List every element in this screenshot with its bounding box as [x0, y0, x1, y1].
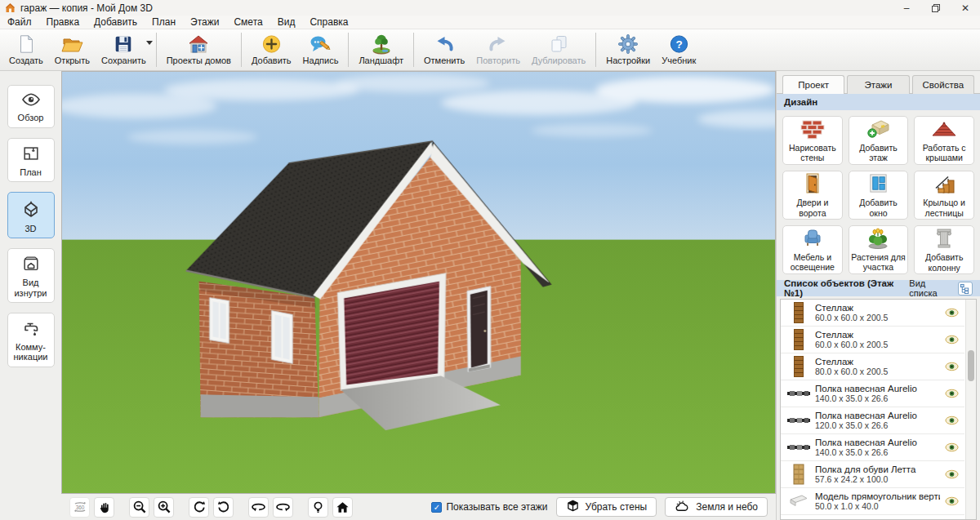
zoom-in-button[interactable]	[154, 497, 174, 518]
object-row[interactable]: Полка навесная Aurelio 120.0 x 35.0 x 26…	[781, 407, 964, 434]
sidebar-item-interior-view[interactable]: Вид изнутри	[7, 248, 55, 303]
undo-button[interactable]: Отменить	[418, 30, 470, 69]
house-3d-icon	[20, 198, 42, 220]
add-floor-button[interactable]: Добавить этаж	[849, 116, 909, 165]
zoom-out-button[interactable]	[129, 497, 149, 518]
list-scrollbar-thumb[interactable]	[968, 350, 974, 381]
porch-stairs-icon	[933, 172, 956, 196]
roof-tools-button[interactable]: Работать с крышами	[914, 116, 974, 165]
open-folder-icon	[60, 32, 83, 56]
object-row[interactable]: Стеллаж 60.0 x 60.0 x 200.5	[781, 300, 964, 327]
house-projects-icon	[186, 32, 211, 56]
tab-project[interactable]: Проект	[782, 75, 844, 94]
toolbar-label: Настройки	[606, 56, 650, 65]
zoom-out-icon	[132, 500, 147, 514]
add-window-icon	[867, 172, 889, 196]
rack-icon	[782, 355, 815, 378]
settings-button[interactable]: Настройки	[600, 30, 656, 69]
menu-help[interactable]: Справка	[302, 16, 355, 28]
object-row[interactable]: Полка для обуви Летта 57.6 x 24.2 x 100.…	[781, 461, 964, 488]
sidebar-item-3d[interactable]: 3D	[7, 192, 55, 238]
home-view-button[interactable]	[332, 497, 353, 518]
object-dimensions: 50.0 x 1.0 x 40.0	[815, 501, 940, 511]
pan-hand-button[interactable]	[94, 497, 114, 518]
add-window-button[interactable]: Добавить окно	[849, 171, 909, 220]
interior-view-icon	[21, 254, 41, 275]
add-column-button[interactable]: Добавить колонну	[914, 225, 974, 274]
house-projects-button[interactable]: Проекты домов	[161, 30, 237, 69]
window-left-1[interactable]	[210, 297, 229, 343]
visibility-eye-icon[interactable]	[940, 416, 963, 425]
furniture-lighting-button[interactable]: Мебель и освещение	[782, 225, 843, 274]
sidebar-item-overview[interactable]: Обзор	[7, 85, 55, 128]
visibility-eye-icon[interactable]	[940, 442, 963, 452]
orbit-left-button[interactable]	[248, 497, 269, 518]
object-row[interactable]: Полка навесная Aurelio 140.0 x 35.0 x 26…	[781, 434, 964, 461]
menu-estimate[interactable]: Смета	[226, 16, 270, 28]
ground-sky-button[interactable]: Земля и небо	[665, 497, 768, 517]
doors-gates-button[interactable]: Двери и ворота	[782, 171, 843, 220]
show-all-floors-checkbox[interactable]: ✓ Показывать все этажи	[431, 501, 547, 513]
plants-button[interactable]: Растения для участка	[849, 225, 909, 274]
visibility-eye-icon[interactable]	[940, 362, 963, 371]
text-label-icon	[309, 32, 332, 56]
shoe-rack-icon	[782, 463, 815, 486]
menu-floors[interactable]: Этажи	[183, 16, 226, 28]
svg-text:360: 360	[75, 504, 84, 510]
orbit-right-button[interactable]	[273, 497, 293, 518]
visibility-eye-icon[interactable]	[940, 308, 963, 318]
ground-sky-label: Земля и небо	[696, 501, 758, 513]
draw-walls-button[interactable]: Нарисовать стены	[782, 116, 843, 165]
object-row[interactable]: Модель прямоугольник вертик... 50.0 x 1.…	[781, 488, 964, 515]
tutorial-button[interactable]: ? Учебник	[656, 30, 702, 69]
menu-file[interactable]: Файл	[0, 16, 39, 28]
tab-floors[interactable]: Этажи	[847, 75, 909, 94]
design-button-label: Работать с крышами	[915, 143, 973, 162]
window-controls: – ✕	[892, 0, 980, 16]
light-button[interactable]	[308, 497, 328, 518]
window-left-2[interactable]	[271, 310, 292, 363]
restore-button[interactable]	[921, 0, 951, 16]
title-bar: гараж — копия - Мой Дом 3D – ✕	[0, 0, 980, 16]
porch-stairs-button[interactable]: Крыльцо и лестницы	[914, 171, 974, 220]
sidebar-item-communications[interactable]: Комму-никации	[7, 313, 55, 367]
sidebar-item-label: Комму-никации	[10, 342, 52, 362]
object-name: Полка навесная Aurelio	[815, 384, 940, 393]
object-row[interactable]: Модель прямоугольник вертик...	[781, 515, 964, 520]
object-name: Полка навесная Aurelio	[815, 438, 940, 447]
redo-button: Повторить	[470, 30, 526, 69]
visibility-eye-icon[interactable]	[940, 496, 963, 506]
menu-view[interactable]: Вид	[270, 16, 303, 28]
menu-edit[interactable]: Правка	[39, 16, 87, 28]
entry-door[interactable]	[467, 286, 491, 371]
close-button[interactable]: ✕	[951, 0, 980, 16]
list-view-button[interactable]	[958, 282, 973, 296]
object-row[interactable]: Стеллаж 60.0 x 60.0 x 200.5	[781, 327, 964, 353]
remove-walls-button[interactable]: Убрать стены	[556, 497, 657, 517]
create-button[interactable]: Создать	[3, 30, 49, 69]
sidebar-item-plan[interactable]: План	[7, 138, 55, 183]
rotate-right-button[interactable]	[213, 497, 234, 518]
menu-plan[interactable]: План	[145, 16, 183, 28]
tab-properties[interactable]: Свойства	[912, 75, 974, 94]
object-dimensions: 57.6 x 24.2 x 100.0	[815, 474, 940, 484]
object-row[interactable]: Полка навесная Aurelio 140.0 x 35.0 x 26…	[781, 380, 964, 407]
save-dropdown-arrow-icon[interactable]	[146, 41, 153, 45]
landscape-button[interactable]: Ландшафт	[353, 30, 409, 69]
visibility-eye-icon[interactable]	[940, 469, 963, 479]
garage-door[interactable]	[337, 273, 446, 391]
text-label-button[interactable]: Надпись	[297, 30, 345, 69]
add-button[interactable]: Добавить	[246, 30, 297, 69]
3d-viewport[interactable]	[61, 71, 776, 494]
list-scrollbar-track[interactable]	[965, 300, 976, 519]
save-button[interactable]: Сохранить	[96, 30, 152, 69]
visibility-eye-icon[interactable]	[940, 389, 963, 398]
duplicate-icon	[547, 32, 570, 56]
rotate-left-button[interactable]	[189, 497, 209, 518]
minimize-button[interactable]: –	[892, 0, 921, 16]
open-button[interactable]: Открыть	[49, 30, 96, 69]
visibility-eye-icon[interactable]	[940, 335, 963, 344]
object-row[interactable]: Стеллаж 80.0 x 60.0 x 200.5	[781, 353, 964, 380]
menu-add[interactable]: Добавить	[87, 16, 145, 28]
restore-window-icon	[932, 4, 940, 12]
